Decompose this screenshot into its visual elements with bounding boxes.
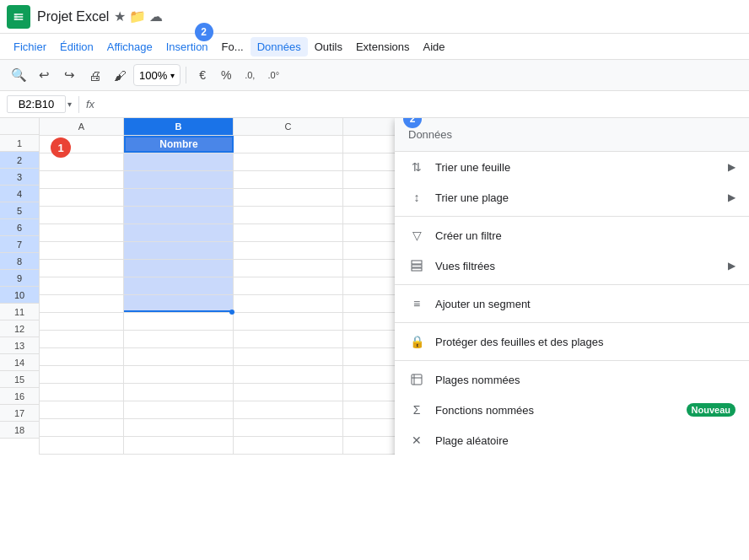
cell-c18[interactable]	[234, 437, 343, 454]
cell-a16[interactable]	[40, 401, 124, 418]
formula-input[interactable]	[101, 98, 742, 110]
menu-fichier[interactable]: Fichier	[7, 37, 53, 57]
cell-a14[interactable]	[40, 366, 124, 383]
menu-item-ajouter-segment[interactable]: ≡ Ajouter un segment	[395, 288, 749, 319]
cell-c11[interactable]	[234, 313, 343, 330]
menu-item-proteger[interactable]: 🔒 Protéger des feuilles et des plages	[395, 326, 749, 357]
cell-ref-dropdown[interactable]: ▾	[67, 100, 72, 109]
cell-c12[interactable]	[234, 331, 343, 347]
menu-format[interactable]: Fo...	[215, 37, 251, 57]
cell-c6[interactable]	[234, 224, 343, 241]
cell-b12[interactable]	[124, 331, 234, 347]
decimal-increase[interactable]: .0°	[262, 63, 284, 87]
cell-b5[interactable]	[124, 207, 234, 223]
cell-c15[interactable]	[234, 384, 343, 401]
menu-item-trier-feuille[interactable]: ⇅ Trier une feuille ▶	[395, 152, 749, 182]
menu-label-plage-aleatoire: Plage aléatoire	[435, 434, 736, 447]
cell-b10[interactable]	[124, 295, 234, 312]
toolbar-separator	[186, 67, 186, 83]
cell-b17[interactable]	[124, 419, 234, 436]
cell-b13[interactable]	[124, 348, 234, 365]
cell-a17[interactable]	[40, 419, 124, 436]
dropdown-title: Données	[408, 128, 452, 141]
star-icon[interactable]: ★	[114, 8, 126, 24]
arrow-icon: ▶	[728, 161, 736, 173]
currency-percent[interactable]: %	[215, 63, 237, 87]
menu-item-fonctions-nommees[interactable]: Σ Fonctions nommées Nouveau	[395, 395, 749, 425]
zoom-control[interactable]: 100% ▾	[133, 64, 181, 86]
cell-a2[interactable]	[40, 153, 124, 170]
menu-item-vues-filtrees[interactable]: Vues filtrées ▶	[395, 250, 749, 281]
menu-outils[interactable]: Outils	[308, 37, 349, 57]
menu-aide[interactable]: Aide	[417, 37, 452, 57]
cell-c8[interactable]	[234, 260, 343, 277]
menu-item-plages-nommees[interactable]: Plages nommées	[395, 364, 749, 395]
cell-a13[interactable]	[40, 348, 124, 365]
redo-btn[interactable]: ↪	[57, 63, 81, 87]
cell-b11[interactable]	[124, 313, 234, 330]
cell-c10[interactable]	[234, 295, 343, 312]
search-btn[interactable]: 🔍	[7, 63, 30, 87]
paint-btn[interactable]: 🖌	[108, 63, 132, 87]
cell-b18[interactable]	[124, 437, 234, 454]
arrow-icon-3: ▶	[728, 260, 736, 272]
fill-handle[interactable]	[229, 310, 234, 315]
menu-extensions[interactable]: Extensions	[349, 37, 417, 57]
cell-a5[interactable]	[40, 207, 124, 223]
cell-c9[interactable]	[234, 277, 343, 294]
print-btn[interactable]: 🖨	[83, 63, 106, 87]
decimal-decrease[interactable]: .0,	[239, 63, 261, 87]
menu-label-creer-filtre: Créer un filtre	[435, 229, 736, 242]
cell-b4[interactable]	[124, 189, 234, 206]
svg-rect-8	[412, 374, 422, 385]
cell-c2[interactable]	[234, 153, 343, 170]
cell-b9[interactable]	[124, 277, 234, 294]
cell-a8[interactable]	[40, 260, 124, 277]
undo-btn[interactable]: ↩	[32, 63, 56, 87]
cell-b14[interactable]	[124, 366, 234, 383]
cell-c17[interactable]	[234, 419, 343, 436]
menu-label-plages-nommees: Plages nommées	[435, 374, 736, 386]
cell-c4[interactable]	[234, 189, 343, 206]
cell-b8[interactable]	[124, 260, 234, 277]
cell-a10[interactable]	[40, 295, 124, 312]
cell-c16[interactable]	[234, 401, 343, 418]
cell-b16[interactable]	[124, 401, 234, 418]
cell-b3[interactable]	[124, 171, 234, 188]
cell-a3[interactable]	[40, 171, 124, 188]
cell-c14[interactable]	[234, 366, 343, 383]
cell-c7[interactable]	[234, 242, 343, 259]
menu-edition[interactable]: Édition	[53, 37, 100, 57]
cell-a12[interactable]	[40, 331, 124, 347]
cell-a6[interactable]	[40, 224, 124, 241]
menu-item-plage-aleatoire[interactable]: ✕ Plage aléatoire	[395, 425, 749, 455]
cell-c3[interactable]	[234, 171, 343, 188]
folder-icon[interactable]: 📁	[129, 8, 146, 24]
menu-donnees[interactable]: Données	[251, 37, 308, 57]
menu-item-trier-plage[interactable]: ↕ Trier une plage ▶	[395, 182, 749, 213]
cell-b2[interactable]	[124, 153, 234, 170]
cell-b6[interactable]	[124, 224, 234, 241]
menu-affichage[interactable]: Affichage	[100, 37, 159, 57]
cell-c1[interactable]	[234, 136, 343, 153]
cell-b15[interactable]	[124, 384, 234, 401]
cell-a9[interactable]	[40, 277, 124, 294]
cell-c13[interactable]	[234, 348, 343, 365]
doc-title[interactable]: Projet Excel	[37, 9, 109, 24]
cell-a11[interactable]	[40, 313, 124, 330]
cell-a4[interactable]	[40, 189, 124, 206]
cell-b1[interactable]: Nombre	[124, 136, 234, 153]
menu-item-creer-filtre[interactable]: ▽ Créer un filtre	[395, 220, 749, 250]
cell-a7[interactable]	[40, 242, 124, 259]
dropdown-menu: 2 Données ⇅ Trier une feuille ▶ ↕ Trier …	[395, 118, 749, 455]
sigma-icon: Σ	[408, 403, 425, 417]
row-10: 10	[0, 287, 39, 304]
cell-b7[interactable]	[124, 242, 234, 259]
currency-euro[interactable]: €	[191, 63, 213, 87]
filter-icon: ▽	[408, 229, 425, 242]
cell-a18[interactable]	[40, 437, 124, 454]
cell-c5[interactable]	[234, 207, 343, 223]
cell-a15[interactable]	[40, 384, 124, 401]
cell-reference[interactable]	[7, 95, 66, 113]
row-15: 15	[0, 371, 39, 388]
